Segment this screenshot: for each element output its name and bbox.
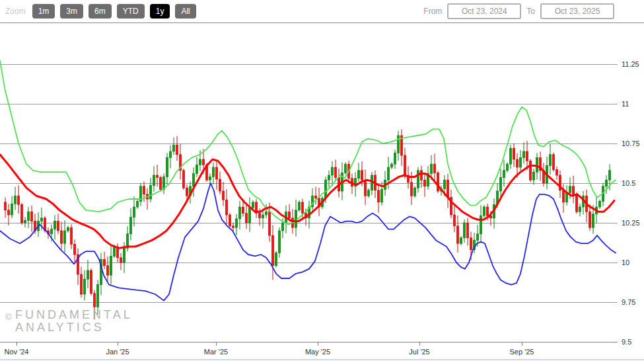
candle-down: [202, 159, 204, 165]
candle-up: [40, 218, 42, 221]
candle-up: [149, 186, 151, 199]
candle-up: [209, 177, 211, 180]
candle-down: [17, 196, 19, 204]
candle-up: [483, 207, 485, 216]
candle-up: [196, 165, 197, 173]
candle-up: [166, 158, 168, 177]
candle-down: [80, 274, 82, 294]
candle-up: [499, 178, 501, 191]
candle-up: [331, 167, 333, 175]
candle-up: [96, 285, 98, 307]
candle-down: [232, 226, 234, 227]
moving-average-line: [0, 155, 614, 249]
y-axis-label: 11.25: [622, 60, 639, 68]
candle-down: [186, 188, 188, 196]
candle-up: [397, 136, 399, 153]
candle-down: [90, 270, 92, 294]
candle-down: [314, 196, 316, 198]
y-axis-label: 10.25: [622, 219, 640, 227]
candle-up: [295, 210, 297, 227]
candle-up: [579, 207, 581, 212]
candle-up: [278, 231, 280, 253]
candle-down: [562, 190, 564, 202]
candle-up: [536, 158, 538, 173]
candle-up: [248, 208, 250, 223]
candle-down: [364, 180, 366, 196]
candle-up: [605, 180, 607, 186]
candle-up: [443, 180, 445, 188]
candle-down: [466, 223, 468, 238]
candle-up: [298, 202, 300, 210]
candle-up: [83, 279, 85, 294]
candle-down: [572, 186, 574, 194]
candle-down: [575, 194, 577, 212]
candle-down: [242, 207, 244, 214]
candle-up: [344, 164, 346, 173]
candle-up: [281, 223, 283, 231]
candle-down: [513, 148, 515, 159]
candle-down: [433, 164, 435, 173]
candle-up: [67, 227, 69, 231]
candle-up: [328, 175, 330, 180]
candle-down: [120, 258, 122, 262]
candle-down: [222, 191, 224, 200]
candle-up: [11, 204, 13, 215]
candle-up: [480, 216, 482, 234]
candle-up: [50, 229, 52, 234]
candle-down: [60, 231, 62, 243]
candle-down: [245, 214, 247, 223]
candle-down: [182, 171, 184, 188]
candle-up: [153, 175, 155, 186]
candle-down: [453, 215, 455, 226]
candle-up: [252, 202, 254, 208]
candle-up: [503, 171, 505, 178]
candle-up: [212, 167, 214, 177]
y-axis-label: 10: [622, 259, 629, 266]
candle-up: [598, 202, 600, 207]
candle-up: [110, 256, 112, 275]
candle-up: [413, 188, 415, 196]
candle-down: [30, 212, 32, 221]
y-axis-label: 10.5: [622, 179, 635, 187]
candle-down: [377, 190, 379, 202]
stock-chart-app: Zoom 1m3m6mYTD1yAll From To 11.251110.75…: [0, 0, 644, 361]
upper-band-line: [0, 61, 616, 224]
candle-down: [589, 212, 590, 227]
candle-up: [129, 218, 131, 234]
candle-up: [199, 159, 201, 165]
candle-down: [555, 170, 557, 175]
candle-down: [361, 171, 363, 180]
navigator-edge: [0, 359, 644, 360]
candle-up: [417, 171, 419, 188]
candle-down: [176, 145, 178, 154]
candle-down: [470, 238, 472, 250]
candle-up: [238, 207, 240, 219]
candle-up: [136, 202, 138, 207]
candle-down: [420, 171, 422, 180]
candle-down: [410, 182, 412, 196]
y-axis-label: 11: [622, 100, 629, 108]
candle-down: [4, 202, 6, 210]
y-axis-label: 10.75: [622, 140, 640, 147]
candle-up: [522, 151, 524, 158]
candle-down: [57, 221, 59, 231]
candle-up: [324, 180, 326, 198]
candle-up: [476, 234, 478, 241]
x-axis-label: Sep '25: [510, 348, 534, 356]
candle-down: [106, 266, 108, 275]
candle-up: [14, 196, 16, 204]
candle-up: [569, 186, 571, 193]
candle-up: [549, 155, 551, 166]
candle-up: [24, 220, 26, 223]
candlestick-chart[interactable]: 11.251110.7510.510.25109.759.5Nov '24Jan…: [0, 0, 644, 361]
candle-down: [552, 155, 554, 170]
y-axis-label: 9.75: [622, 298, 635, 306]
candle-down: [215, 167, 217, 179]
candle-down: [156, 175, 158, 178]
candle-down: [70, 227, 72, 244]
candle-down: [219, 179, 221, 191]
candle-up: [387, 167, 389, 180]
candle-up: [54, 221, 55, 229]
candle-down: [103, 259, 105, 266]
candle-up: [172, 145, 174, 151]
